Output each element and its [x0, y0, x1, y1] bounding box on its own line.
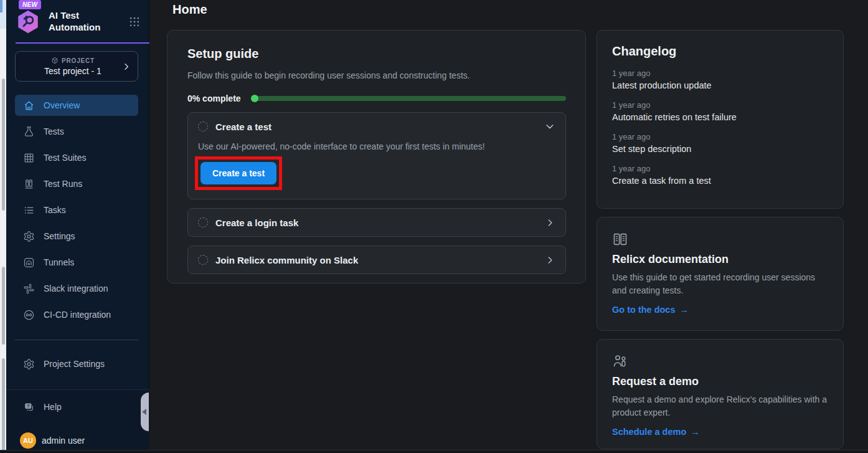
- gear-icon: [22, 358, 35, 370]
- task-list-icon: [22, 204, 35, 216]
- changelog-date: 1 year ago: [612, 132, 828, 141]
- brand-divider: [16, 42, 149, 44]
- sidebar: NEW AI Test Automation PROJECT Test proj…: [6, 0, 149, 453]
- changelog-date: 1 year ago: [612, 100, 828, 110]
- sidebar-item-tests[interactable]: Tests: [15, 121, 138, 142]
- sidebar-item-settings[interactable]: Settings: [15, 226, 138, 247]
- background-window-accent: [0, 0, 2, 12]
- request-demo-card: Request a demo Request a demo and explor…: [597, 339, 844, 449]
- chevron-right-icon: [121, 62, 131, 72]
- demo-title: Request a demo: [612, 375, 828, 388]
- schedule-demo-link[interactable]: Schedule a demo →: [612, 427, 700, 437]
- incomplete-step-icon: [198, 217, 208, 227]
- background-scrollbar-thumb: [2, 358, 5, 453]
- new-badge: NEW: [19, 0, 41, 9]
- sidebar-item-project-settings[interactable]: Project Settings: [15, 353, 138, 374]
- app-logo-icon: [15, 9, 41, 35]
- progress-bar: [251, 96, 566, 101]
- documentation-description: Use this guide to get started recording …: [612, 271, 828, 297]
- documentation-card: Relicx documentation Use this guide to g…: [597, 217, 844, 331]
- brand-name: AI Test Automation: [49, 10, 111, 34]
- book-icon: [612, 231, 828, 247]
- chevron-down-icon: [544, 121, 555, 132]
- background-scrollbar-thumb: [2, 79, 5, 211]
- sidebar-item-label: Help: [44, 402, 62, 412]
- project-name: Test project - 1: [24, 66, 121, 76]
- link-label: Go to the docs: [612, 305, 676, 315]
- setup-guide-title: Setup guide: [187, 47, 566, 61]
- go-to-docs-link[interactable]: Go to the docs →: [612, 305, 689, 315]
- project-label: PROJECT: [62, 57, 95, 64]
- gear-icon: [22, 230, 35, 242]
- sidebar-item-test-runs[interactable]: Test Runs: [15, 173, 138, 194]
- incomplete-step-icon: [198, 122, 208, 131]
- step-header[interactable]: Create a test: [188, 113, 565, 140]
- sidebar-item-overview[interactable]: Overview: [15, 95, 138, 116]
- sidebar-item-cicd-integration[interactable]: CI-CD integration: [15, 304, 138, 325]
- setup-step-create-a-test: Create a test Use our AI-powered, no-cod…: [187, 112, 566, 199]
- demo-description: Request a demo and explore Relicx's capa…: [612, 393, 828, 419]
- progress-label: 0% complete: [187, 93, 241, 103]
- sidebar-footer: Help AU admin user: [6, 389, 149, 453]
- cube-icon: [51, 57, 59, 64]
- sidebar-item-label: Tasks: [44, 205, 66, 215]
- sidebar-item-label: CI-CD integration: [44, 310, 111, 320]
- sidebar-item-label: Settings: [44, 231, 75, 241]
- tunnel-icon: [22, 256, 35, 269]
- changelog-entry: 1 year ago Set step description: [612, 132, 828, 154]
- sidebar-collapse-handle[interactable]: [141, 393, 149, 431]
- step-header[interactable]: Create a login task: [188, 209, 565, 236]
- changelog-entry: 1 year ago Create a task from a test: [612, 164, 828, 186]
- setup-guide-description: Follow this guide to begin recording use…: [187, 70, 566, 80]
- project-selector[interactable]: PROJECT Test project - 1: [15, 51, 138, 82]
- avatar: AU: [20, 432, 36, 449]
- sidebar-item-slack-integration[interactable]: Slack integration: [15, 278, 138, 299]
- changelog-card: Changelog 1 year ago Latest production u…: [597, 30, 844, 209]
- window-bottom-edge: [0, 450, 868, 453]
- cicd-icon: [22, 308, 35, 321]
- collapse-left-arrow-icon: [142, 409, 146, 415]
- page-title: Home: [172, 2, 868, 17]
- background-scrollbar-thumb: [2, 267, 5, 345]
- setup-guide-card: Setup guide Follow this guide to begin r…: [167, 30, 586, 284]
- sidebar-item-help[interactable]: Help: [15, 396, 138, 417]
- changelog-entry-title: Set step description: [612, 144, 828, 154]
- user-menu[interactable]: AU admin user: [15, 429, 138, 452]
- sidebar-item-test-suites[interactable]: Test Suites: [15, 147, 138, 168]
- right-panel: Changelog 1 year ago Latest production u…: [597, 30, 844, 449]
- link-label: Schedule a demo: [612, 427, 686, 437]
- main-content: Home Setup guide Follow this guide to be…: [149, 0, 868, 453]
- setup-progress: 0% complete: [187, 93, 566, 103]
- brand: AI Test Automation: [15, 9, 141, 35]
- changelog-date: 1 year ago: [612, 164, 828, 173]
- setup-step-join-slack-community: Join Relicx community on Slack: [187, 246, 566, 274]
- sidebar-menu: Overview Tests Test Suites Test Runs Tas…: [15, 95, 138, 330]
- setup-step-create-a-login-task: Create a login task: [187, 208, 566, 237]
- help-chat-icon: [22, 401, 35, 413]
- step-body-text: Use our AI-powered, no-code interface to…: [198, 141, 555, 151]
- slack-icon: [22, 282, 35, 295]
- step-header[interactable]: Join Relicx community on Slack: [188, 246, 565, 274]
- create-a-test-button[interactable]: Create a test: [200, 162, 276, 184]
- sidebar-item-tasks[interactable]: Tasks: [15, 199, 138, 221]
- sidebar-item-tunnels[interactable]: Tunnels: [15, 252, 138, 273]
- incomplete-step-icon: [198, 255, 208, 265]
- changelog-title: Changelog: [612, 44, 828, 59]
- columns-icon: [22, 178, 35, 190]
- step-title: Create a test: [215, 122, 271, 132]
- home-icon: [22, 99, 35, 112]
- sidebar-item-label: Tunnels: [44, 257, 74, 267]
- users-icon: [612, 353, 828, 370]
- progress-indicator-dot: [251, 95, 258, 102]
- chevron-right-icon: [545, 217, 555, 228]
- sidebar-item-label: Tests: [44, 126, 64, 136]
- changelog-entry-title: Create a task from a test: [612, 176, 828, 186]
- changelog-date: 1 year ago: [612, 69, 828, 78]
- user-name: admin user: [42, 436, 85, 446]
- changelog-entry-title: Latest production update: [612, 80, 828, 90]
- sidebar-item-label: Test Runs: [44, 179, 82, 189]
- step-title: Join Relicx community on Slack: [215, 255, 358, 265]
- app-switcher-grid-icon[interactable]: [128, 16, 141, 28]
- changelog-entry-title: Automatic retries on test failure: [612, 112, 828, 122]
- click-annotation-red-box: Create a test: [195, 156, 282, 190]
